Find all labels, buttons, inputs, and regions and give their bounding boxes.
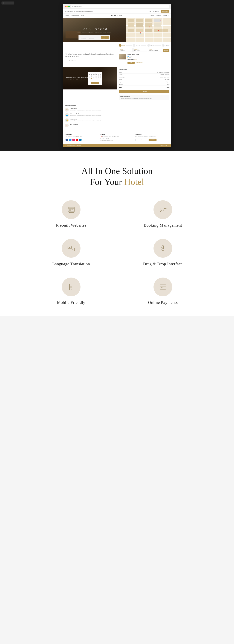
detail-room-type-val: Deluxe Queen Room: [160, 76, 169, 78]
booking-management-icon-circle: [153, 200, 172, 219]
room-size: 📐 50sqm: [127, 57, 169, 58]
hero-text: Bed & Breakfast Luxury Full Service Apar…: [78, 28, 111, 33]
subscribe-btn[interactable]: Subscribe: [149, 138, 156, 141]
room-card-mini: Deluxe Queen Room 👥 3 Adults 📐 50sqm Ful…: [119, 53, 169, 65]
features-section: All In One Solution For Your Hotel Pr: [0, 150, 234, 316]
facilities-title: Hotel Facilities: [65, 104, 169, 106]
online-payments-label: Online Payments: [148, 300, 178, 305]
prebuilt-websites-label: Prebuilt Websites: [56, 223, 86, 228]
booking-steps-panel: 1 Rooms 2 Add-Ons 3 Payment 4: [117, 42, 171, 67]
nav-about[interactable]: About Us: [156, 15, 161, 16]
continue-btn[interactable]: Continue: [119, 90, 169, 93]
footer-follow: Follow Us And keep up to date with Soho …: [66, 134, 99, 142]
testimonial-text: We enjoyed our stay at soho hotel greatl…: [66, 53, 114, 58]
feature-language-translation: A Z Language Translation: [33, 239, 110, 266]
svg-rect-5: [69, 209, 71, 211]
follow-title: Follow Us: [66, 134, 99, 135]
hotel-footer: Follow Us And keep up to date with Soho …: [63, 131, 171, 144]
hotel-nav: Home Accommodation Blog Soho Hotel Galle…: [63, 14, 171, 18]
step-2-label: Add-Ons: [136, 45, 140, 46]
newsletter-input[interactable]: [135, 138, 148, 141]
detail-subtotal: Subtotal: $900: [119, 84, 169, 86]
facebook-icon[interactable]: f: [66, 138, 68, 141]
hotel-phone: 111-2222-3333: [65, 10, 73, 12]
nav-contact[interactable]: Contact Us: [163, 15, 168, 16]
detail-dates: Dates: Feb 05, 2022 - Feb 25, 2022: [119, 72, 169, 74]
my-account-link[interactable]: My Account: [153, 10, 159, 12]
linkedin-icon[interactable]: in: [79, 138, 82, 141]
view-details-link[interactable]: View Details ▾: [136, 61, 142, 64]
newsletter-text: Sign up to our newsletter for exclusive …: [135, 136, 168, 138]
fac-desc-views: From lake/alpine, sea accommodation our …: [70, 110, 102, 111]
feature-online-payments: Online Payments: [124, 278, 201, 305]
nav-gallery[interactable]: Gallery: [150, 15, 154, 16]
views-icon: 👁: [65, 108, 69, 112]
hero-heading: Bed & Breakfast: [78, 28, 111, 31]
booking-management-label: Booking Management: [144, 223, 182, 228]
checkin-value: 02/05/2022: [81, 38, 86, 39]
svg-text:Z: Z: [72, 249, 73, 250]
guests-filter-val: 2 Adults, 2 Children: [149, 50, 161, 51]
svg-rect-28: [70, 286, 72, 288]
follow-text: And keep up to date with Soho Hotel: [66, 136, 99, 138]
cal-month: February 2022: [92, 72, 98, 74]
fac-item-pool: 🏊 Swimming Pool From lake/alpine, sea ac…: [65, 113, 169, 117]
minimize-dot: [66, 6, 68, 7]
booking-bar: Check In 02/05/2022 Check Out 02/12/2022…: [79, 35, 110, 40]
twitter-icon[interactable]: t: [69, 138, 72, 141]
hero-subtext: Luxury Full Service Apartments in a Grea…: [78, 31, 111, 33]
feature-booking-management: Booking Management: [124, 200, 201, 228]
reserve-btn[interactable]: Book Now: [127, 62, 135, 64]
footer-contact: Contact 📍 55 Columbus Circle, New York, …: [101, 134, 134, 142]
map-pin-5: 📍: [160, 20, 162, 22]
currency-footer[interactable]: Currency: USD ▼: [160, 145, 168, 146]
quote-mark: ": [66, 48, 114, 52]
fac-desc-location: From lake/alpine, sea accommodation our …: [70, 125, 102, 126]
chart-icon: [159, 206, 167, 214]
mobile-friendly-icon-circle: [62, 278, 81, 296]
svg-point-11: [165, 208, 166, 209]
nav-accommodation[interactable]: Accommodation: [71, 15, 79, 16]
mobile-icon: [67, 283, 75, 291]
cal-next[interactable]: ›: [101, 72, 101, 74]
total-value: $900: [166, 87, 169, 88]
cal-book-btn[interactable]: Book Now: [91, 82, 99, 84]
hotel-address: 55 Columbus Circle, New York, NY: [74, 10, 93, 12]
fac-item-south: 🧭 South Facing From lake/alpine, sea acc…: [65, 118, 169, 122]
feature-mobile-friendly: Mobile Friendly: [33, 278, 110, 305]
svg-rect-0: [68, 207, 74, 212]
detail-board-val: Full Board: [165, 79, 169, 80]
newsletter-title: Newsletter: [135, 134, 168, 135]
content-grid: " We enjoyed our stay at soho hotel grea…: [63, 42, 171, 102]
cal-prev[interactable]: ‹: [89, 72, 89, 74]
book-now-topbar-btn[interactable]: Book Now: [161, 10, 169, 12]
hero-book-btn[interactable]: Book Now: [101, 36, 109, 40]
youtube-icon[interactable]: ▶: [76, 138, 78, 141]
detail-subtotal-val: $900: [167, 84, 169, 85]
assistance-title: Need Assistance?: [120, 96, 168, 97]
board-price: $900: [134, 59, 136, 60]
currency-selector[interactable]: USD: [149, 10, 151, 12]
step-3-num: 3: [147, 44, 150, 47]
pool-icon: 🏊: [65, 113, 69, 117]
search-rooms-btn[interactable]: Reserve: [163, 49, 169, 52]
booking-filters: Check In 02/05/2022 Check Out 02/12/2022…: [119, 48, 169, 52]
mobile-friendly-label: Mobile Friendly: [57, 300, 85, 305]
map-bg: 📍 📍 📍 📍 📍: [126, 18, 171, 42]
browser-bar: sohohotel.com: [63, 4, 171, 9]
hero-map-row: Bed & Breakfast Luxury Full Service Apar…: [63, 18, 171, 42]
nav-home[interactable]: Home: [66, 15, 69, 16]
copyright: © Soho Hotel, All Rights Reserved: [66, 145, 81, 146]
drag-drop-icon-circle: [153, 239, 172, 258]
nav-blog[interactable]: Blog: [81, 15, 84, 16]
features-grid: Prebuilt Websites Booking Management: [33, 200, 201, 305]
svg-point-27: [71, 289, 72, 290]
prebuilt-websites-icon-circle: [62, 200, 81, 219]
instagram-icon[interactable]: i: [72, 138, 75, 141]
fac-name-pool: Swimming Pool: [70, 113, 102, 114]
map-pin-main: 📍: [149, 26, 151, 28]
step-1-num: 1: [119, 44, 121, 47]
detail-total: Total $900: [119, 87, 169, 88]
browser-url: sohohotel.com: [71, 5, 169, 8]
fac-desc-south: From lake/alpine, sea accommodation our …: [70, 120, 102, 121]
